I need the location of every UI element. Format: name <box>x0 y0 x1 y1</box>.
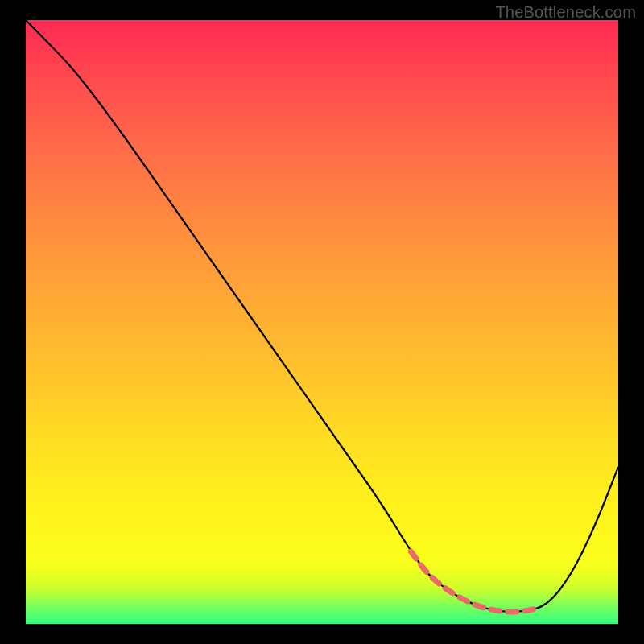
bottleneck-highlight-dash <box>411 551 535 612</box>
bottleneck-curve-path <box>26 20 618 612</box>
bottleneck-curve-svg <box>26 20 618 624</box>
chart-frame <box>26 20 618 624</box>
credit-text: TheBottleneck.com <box>495 3 636 22</box>
